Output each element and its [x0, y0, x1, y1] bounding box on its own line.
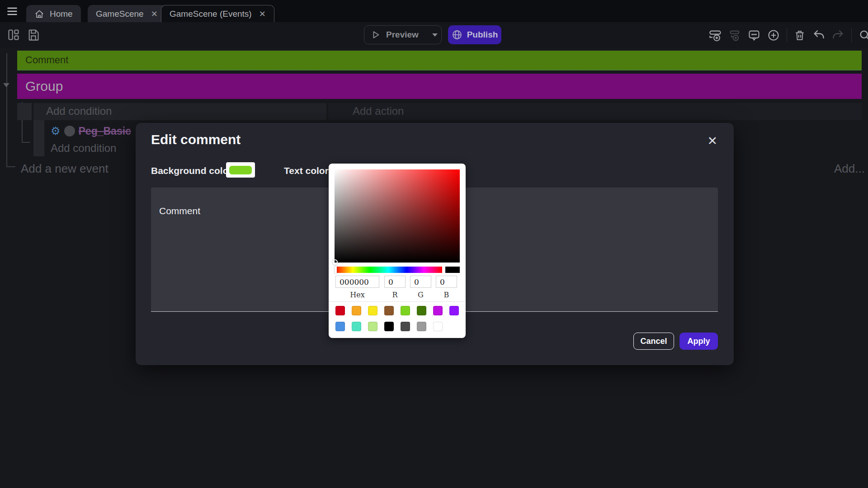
saturation-cursor[interactable] [332, 259, 338, 265]
cancel-button[interactable]: Cancel [633, 333, 674, 350]
r-input[interactable] [384, 276, 406, 288]
color-picker-popup: Hex R G B [329, 164, 466, 338]
hue-slider[interactable] [335, 267, 442, 273]
close-icon[interactable]: ✕ [707, 134, 717, 148]
comment-event-text: Comment [25, 54, 68, 66]
actions-cell[interactable]: Add action [328, 103, 862, 120]
color-swatch[interactable] [449, 306, 459, 315]
add-condition-link[interactable]: Add condition [46, 105, 112, 117]
add-circle-icon[interactable] [767, 29, 780, 42]
search-icon[interactable] [859, 29, 868, 42]
color-swatch[interactable] [384, 322, 394, 331]
tab-gamescene[interactable]: GameScene ✕ [88, 5, 166, 23]
color-swatch[interactable] [335, 322, 345, 331]
hex-label: Hex [335, 291, 379, 299]
conditions-cell[interactable]: Add condition [33, 103, 326, 120]
delete-icon[interactable] [794, 29, 806, 41]
redo-icon[interactable] [832, 29, 844, 42]
close-tab-icon[interactable]: ✕ [151, 9, 158, 19]
g-label: G [410, 291, 431, 299]
add-comment-icon[interactable] [748, 29, 760, 42]
condition-row[interactable]: ⚙ Peg_Basic [51, 123, 131, 139]
tree-line [6, 53, 7, 167]
b-input[interactable] [436, 276, 457, 288]
comment-event-row[interactable]: Comment [17, 51, 862, 70]
color-swatch[interactable] [384, 306, 394, 315]
add-condition-link[interactable]: Add condition [51, 142, 116, 155]
event-handle[interactable] [33, 120, 44, 156]
behavior-gear-icon: ⚙ [51, 126, 61, 136]
undo-icon[interactable] [812, 29, 825, 42]
tab-bar: Home GameScene ✕ GameScene (Events) ✕ [0, 0, 868, 22]
comment-text-value: Comment [159, 206, 200, 216]
background-color-swatch-inner [229, 166, 252, 174]
toolbar-separator [787, 28, 787, 42]
color-swatch[interactable] [401, 306, 410, 315]
save-icon[interactable] [27, 28, 40, 41]
preview-options-button[interactable] [425, 26, 445, 44]
color-swatch[interactable] [368, 306, 377, 315]
swatch-grid [335, 306, 461, 331]
play-icon [371, 30, 381, 40]
hex-input[interactable] [335, 276, 379, 288]
picker-divider [329, 301, 466, 302]
tab-label: Home [50, 9, 73, 19]
color-swatch[interactable] [433, 322, 443, 331]
add-subevent-icon[interactable] [728, 29, 741, 42]
text-color-label: Text color: [284, 165, 332, 176]
picker-current-color [445, 267, 460, 273]
close-tab-icon[interactable]: ✕ [259, 9, 266, 19]
color-swatch[interactable] [335, 306, 345, 315]
project-manager-icon[interactable] [7, 28, 20, 41]
collapse-arrow-icon[interactable] [3, 83, 9, 87]
tab-label: GameScene (Events) [170, 9, 252, 19]
add-event-icon[interactable] [709, 29, 722, 42]
add-new-event-link[interactable]: Add a new event [21, 162, 108, 176]
apply-button[interactable]: Apply [679, 333, 718, 350]
color-swatch[interactable] [417, 322, 426, 331]
tab-home[interactable]: Home [26, 5, 81, 23]
main-menu-icon[interactable] [5, 5, 19, 18]
color-swatch[interactable] [401, 322, 410, 331]
home-icon [34, 9, 44, 19]
b-label: B [436, 291, 457, 299]
event-handle[interactable] [17, 103, 32, 120]
chevron-down-icon [431, 32, 439, 38]
tree-line [22, 142, 30, 143]
tree-line [6, 166, 15, 167]
globe-icon [452, 29, 462, 40]
tab-label: GameScene [96, 9, 144, 19]
preview-label: Preview [386, 30, 419, 40]
background-color-swatch[interactable] [226, 162, 255, 178]
add-action-link[interactable]: Add action [353, 105, 404, 117]
r-label: R [384, 291, 406, 299]
saturation-field[interactable] [335, 169, 460, 263]
toolbar: Preview Publish [0, 22, 868, 48]
color-swatch[interactable] [352, 306, 361, 315]
publish-label: Publish [467, 30, 498, 40]
group-event-row[interactable]: Group [17, 74, 862, 99]
color-swatch[interactable] [417, 306, 426, 315]
background-color-label: Background color: [151, 165, 236, 176]
g-input[interactable] [410, 276, 431, 288]
dialog-title: Edit comment [151, 132, 241, 147]
color-swatch[interactable] [368, 322, 377, 331]
color-swatch[interactable] [352, 322, 361, 331]
preview-button[interactable]: Preview [364, 25, 442, 44]
color-swatch[interactable] [433, 306, 443, 315]
tab-gamescene-events[interactable]: GameScene (Events) ✕ [161, 5, 274, 23]
group-event-text: Group [25, 79, 63, 94]
hue-slider-thumb[interactable] [335, 266, 337, 273]
add-more-link[interactable]: Add... [834, 162, 865, 176]
condition-object-name: Peg_Basic [79, 125, 131, 137]
object-thumbnail [64, 126, 75, 136]
publish-button[interactable]: Publish [448, 25, 501, 44]
toolbar-separator [851, 28, 852, 42]
